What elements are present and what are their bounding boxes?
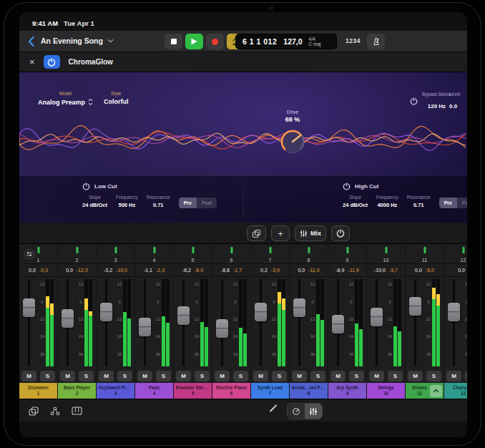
low-cut-resonance[interactable]: Resonance 0.71 xyxy=(147,195,170,208)
collapse-stack-button[interactable] xyxy=(430,385,442,397)
solo-button[interactable]: S xyxy=(465,371,467,381)
mute-button[interactable]: M xyxy=(446,371,461,381)
plugin-power-button[interactable] xyxy=(44,55,60,69)
channel-strip[interactable]: 10-10,0-3,7120122436MSStrings10 xyxy=(367,244,405,399)
add-track-button[interactable]: + xyxy=(271,225,290,241)
track-name-tag[interactable]: Pads4 xyxy=(135,383,173,399)
channel-strip[interactable]: 9-8,9-11,9120122436MSArp Synth9 xyxy=(328,244,366,399)
high-cut-frequency[interactable]: Frequency 4000 Hz xyxy=(376,195,398,208)
solo-button[interactable]: S xyxy=(272,371,287,381)
high-cut-resonance[interactable]: Resonance 0.71 xyxy=(407,195,431,208)
paste-settings-button[interactable] xyxy=(247,225,266,241)
track-name-tag[interactable]: Drummer1 xyxy=(19,383,57,399)
track-name-tag[interactable]: Keyboard Player3 xyxy=(97,383,134,399)
track-name-tag[interactable]: Bass Player2 xyxy=(58,383,96,399)
channel-strip[interactable]: 120,0120122436MSChorus V12 xyxy=(444,244,467,399)
solo-button[interactable]: S xyxy=(426,371,441,381)
low-cut-frequency[interactable]: Frequency 500 Hz xyxy=(116,195,138,208)
track-name-tag[interactable]: Drums11 xyxy=(406,383,444,399)
play-button[interactable] xyxy=(185,34,203,49)
mute-button[interactable]: M xyxy=(369,371,384,381)
low-cut-post-button[interactable]: Post xyxy=(197,198,217,208)
solo-button[interactable]: S xyxy=(117,371,132,381)
track-name-tag[interactable]: Electric Piano6 xyxy=(212,383,250,399)
model-selector[interactable]: Model Analog Preamp xyxy=(38,91,93,106)
fader-handle[interactable] xyxy=(332,315,344,333)
bypass-below-control[interactable]: Bypass Below 120 Hz xyxy=(410,92,451,111)
solo-button[interactable]: S xyxy=(310,371,325,381)
mute-button[interactable]: M xyxy=(408,371,423,381)
channel-strip[interactable]: 110,0-5,0120122436MSDrums11 xyxy=(406,244,444,399)
mute-button[interactable]: M xyxy=(292,371,307,381)
track-name-tag[interactable]: Synth Lead7 xyxy=(251,383,289,399)
solo-button[interactable]: S xyxy=(349,371,364,381)
keyboard-button[interactable] xyxy=(68,402,85,419)
back-button[interactable] xyxy=(28,36,34,49)
high-cut-post-button[interactable]: Post xyxy=(457,198,467,208)
low-cut-pre-button[interactable]: Pre xyxy=(179,198,197,208)
high-cut-slope[interactable]: Slope 24 dB/Oct xyxy=(343,195,368,208)
track-name-tag[interactable]: Chorus V12 xyxy=(444,383,467,399)
faders-view-button[interactable] xyxy=(305,404,322,419)
mute-button[interactable]: M xyxy=(137,371,152,381)
fader-handle[interactable] xyxy=(409,297,421,316)
mix-view-button[interactable]: Mix xyxy=(295,225,326,241)
channel-strip[interactable]: 80,0-11,0120122436MSArcad…eet Pad8 xyxy=(290,244,328,399)
fader-handle[interactable] xyxy=(371,308,383,326)
track-name-tag[interactable]: Emotion Strings5 xyxy=(174,383,212,399)
high-cut-power-icon[interactable] xyxy=(343,182,351,190)
fader-handle[interactable] xyxy=(255,303,267,321)
mute-button[interactable]: M xyxy=(21,371,36,381)
fader-handle[interactable] xyxy=(23,298,35,317)
meter-left xyxy=(278,279,281,366)
solo-button[interactable]: S xyxy=(233,371,248,381)
low-cut-slope[interactable]: Slope 24 dB/Oct xyxy=(82,195,107,208)
lcd-display[interactable]: 6 1 1 012 127,0 4/4 C maj xyxy=(235,34,337,49)
mute-button[interactable]: M xyxy=(215,371,230,381)
record-button[interactable] xyxy=(206,34,224,49)
drive-knob[interactable] xyxy=(278,127,307,156)
routing-button[interactable] xyxy=(46,402,64,419)
edit-mode-button[interactable] xyxy=(268,403,278,416)
mixer-options-icon[interactable] xyxy=(24,248,35,263)
fader-handle[interactable] xyxy=(139,318,151,336)
track-name-tag[interactable]: Arp Synth9 xyxy=(328,383,366,399)
solo-button[interactable]: S xyxy=(40,371,55,381)
stop-button[interactable] xyxy=(165,34,182,49)
metronome-button[interactable] xyxy=(367,34,385,49)
fader-handle[interactable] xyxy=(216,319,228,338)
fader-handle[interactable] xyxy=(100,303,112,321)
mute-button[interactable]: M xyxy=(253,371,268,381)
solo-button[interactable]: S xyxy=(156,371,171,381)
mute-button[interactable]: M xyxy=(60,371,75,381)
count-in-button[interactable]: 1234 xyxy=(346,37,361,44)
channel-strip[interactable]: 5-6,2-8,0120122436MSEmotion Strings5 xyxy=(174,244,212,399)
mute-button[interactable]: M xyxy=(176,371,191,381)
mute-button[interactable]: M xyxy=(330,371,346,381)
solo-button[interactable]: S xyxy=(195,371,210,381)
high-cut-pre-button[interactable]: Pre xyxy=(439,198,457,208)
solo-button[interactable]: S xyxy=(79,371,94,381)
channel-strip[interactable]: 3-3,2-10,0120122436MSKeyboard Player3 xyxy=(97,244,134,399)
channel-strip[interactable]: 4-1,1-2,3120122436MSPads4 xyxy=(135,244,173,399)
fader-handle[interactable] xyxy=(177,306,190,325)
channel-strip[interactable]: 6-8,8-1,7120122436MSElectric Piano6 xyxy=(212,244,250,399)
channel-strip[interactable]: 20,0-12,0120122436MSBass Player2 xyxy=(58,244,96,399)
close-plugin-button[interactable]: × xyxy=(29,57,35,67)
fader-handle[interactable] xyxy=(293,298,305,317)
fader-handle[interactable] xyxy=(448,303,460,321)
channel-strip[interactable]: 10,0-0,3120122436MSDrummer1 xyxy=(19,244,57,399)
track-name-tag[interactable]: Strings10 xyxy=(367,383,405,399)
channel-strip[interactable]: 70,2-3,9120122436MSSynth Lead7 xyxy=(251,244,289,399)
browser-button[interactable] xyxy=(25,402,42,419)
song-title-menu[interactable]: An Evening Song xyxy=(41,36,114,45)
mute-button[interactable]: M xyxy=(99,371,114,381)
controls-view-button[interactable] xyxy=(288,404,305,419)
track-name-tag[interactable]: Arcad…eet Pad8 xyxy=(290,383,328,399)
solo-button[interactable]: S xyxy=(388,371,403,381)
style-selector[interactable]: Style Colorful xyxy=(104,91,129,105)
low-cut-power-icon[interactable] xyxy=(82,182,90,190)
fader-handle[interactable] xyxy=(62,309,74,328)
channel-power-button[interactable] xyxy=(331,225,350,241)
level-control[interactable]: Level 0.0 xyxy=(449,92,467,111)
